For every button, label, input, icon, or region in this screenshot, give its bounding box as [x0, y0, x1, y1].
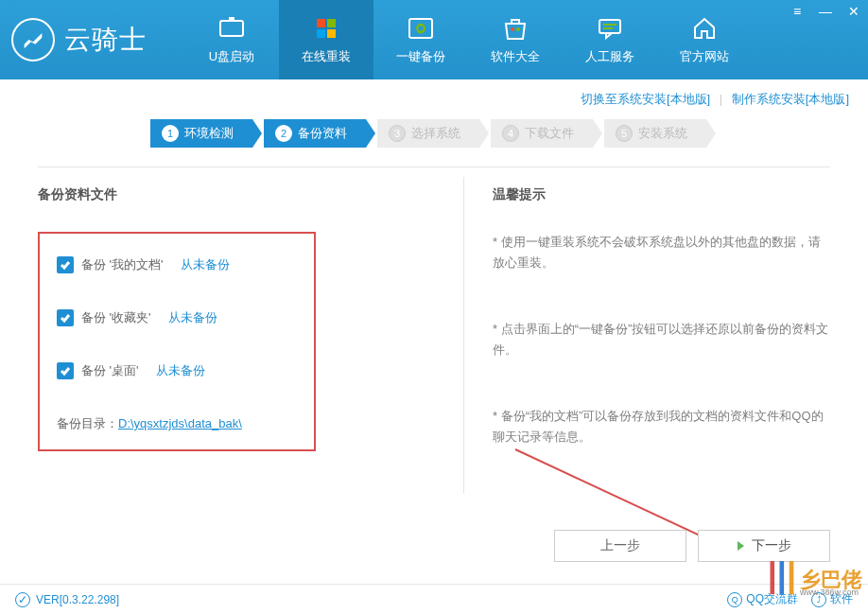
qq-icon: Q [727, 592, 742, 607]
nav-website[interactable]: 官方网站 [657, 0, 752, 79]
nav-support[interactable]: 人工服务 [563, 0, 657, 79]
checkbox-favorites[interactable] [57, 309, 74, 326]
checkbox-desktop[interactable] [57, 362, 74, 379]
backup-item-favorites: 备份 '收藏夹' 从未备份 [57, 309, 297, 326]
link-make-local[interactable]: 制作系统安装[本地版] [732, 92, 849, 106]
header-bar: 云骑士 U盘启动 在线重装 一键备份 软件大全 [0, 0, 868, 79]
footer: ✓ VER[0.3.22.298] Q QQ交流群 ⤴ 软件 [0, 584, 868, 614]
nav-online-reinstall[interactable]: 在线重装 [279, 0, 373, 79]
sub-links: 切换至系统安装[本地版] | 制作系统安装[本地版] [0, 79, 868, 114]
svg-rect-1 [229, 17, 234, 21]
nav-software[interactable]: 软件大全 [468, 0, 563, 79]
backup-item-documents: 备份 '我的文档' 从未备份 [57, 256, 297, 273]
nav-backup[interactable]: 一键备份 [373, 0, 468, 79]
link-switch-local[interactable]: 切换至系统安装[本地版] [581, 92, 710, 106]
svg-rect-6 [409, 19, 432, 38]
svg-rect-2 [317, 19, 325, 27]
step-5: 5安装系统 [604, 119, 706, 148]
main-nav: U盘启动 在线重装 一键备份 软件大全 人工服务 [184, 0, 752, 79]
home-icon [687, 14, 721, 43]
logo-text: 云骑士 [64, 22, 147, 58]
status-desktop[interactable]: 从未备份 [156, 362, 205, 379]
backup-path-link[interactable]: D:\yqsxtzjds\data_bak\ [118, 416, 242, 430]
svg-rect-4 [317, 29, 325, 38]
step-4: 4下载文件 [491, 119, 593, 148]
svg-point-8 [516, 27, 520, 31]
svg-rect-3 [327, 19, 336, 27]
svg-rect-9 [599, 20, 620, 33]
minimize-button[interactable]: — [819, 4, 832, 19]
menu-icon[interactable]: ≡ [790, 4, 804, 19]
windows-icon [309, 14, 343, 43]
tip-2: * 点击界面上的“一键备份”按钮可以选择还原以前备份的资料文件。 [493, 319, 830, 360]
tip-3: * 备份“我的文档”可以备份存放到我的文档的资料文件和QQ的聊天记录等信息。 [493, 406, 830, 447]
tip-1: * 使用一键重装系统不会破坏系统盘以外的其他盘的数据，请放心重装。 [493, 232, 830, 273]
version-link[interactable]: ✓ VER[0.3.22.298] [15, 592, 119, 607]
vertical-separator [463, 177, 464, 494]
tips-title: 温馨提示 [493, 186, 830, 203]
svg-rect-0 [220, 21, 243, 36]
svg-rect-5 [327, 29, 336, 38]
qq-group-link[interactable]: Q QQ交流群 [727, 591, 798, 607]
backup-panel: 备份资料文件 备份 '我的文档' 从未备份 备份 '收藏夹' 从未备份 备份 '… [38, 186, 435, 494]
backup-box: 备份 '我的文档' 从未备份 备份 '收藏夹' 从未备份 备份 '桌面' 从未备… [38, 232, 316, 451]
svg-point-7 [511, 27, 514, 31]
refresh-icon [404, 14, 438, 43]
watermark-url: www.386w.com [800, 588, 859, 597]
logo-icon [11, 18, 55, 61]
next-button[interactable]: 下一步 [698, 530, 830, 562]
close-button[interactable]: ✕ [847, 4, 860, 19]
step-2: 2备份资料 [264, 119, 366, 148]
step-1: 1环境检测 [150, 119, 252, 148]
step-3: 3选择系统 [377, 119, 479, 148]
prev-button[interactable]: 上一步 [554, 530, 686, 562]
checkbox-documents[interactable] [57, 256, 74, 273]
main-content: 备份资料文件 备份 '我的文档' 从未备份 备份 '收藏夹' 从未备份 备份 '… [0, 167, 868, 503]
usb-icon [215, 14, 249, 43]
backup-path-row: 备份目录：D:\yqsxtzjds\data_bak\ [57, 415, 297, 432]
play-icon [738, 541, 744, 551]
step-indicator: 1环境检测 2备份资料 3选择系统 4下载文件 5安装系统 [0, 114, 868, 167]
status-favorites[interactable]: 从未备份 [168, 309, 217, 326]
backup-title: 备份资料文件 [38, 186, 435, 203]
logo-area: 云骑士 [11, 18, 147, 61]
nav-usb-boot[interactable]: U盘启动 [184, 0, 279, 79]
check-icon: ✓ [15, 592, 30, 607]
tips-panel: 温馨提示 * 使用一键重装系统不会破坏系统盘以外的其他盘的数据，请放心重装。 *… [493, 186, 830, 494]
backup-item-desktop: 备份 '桌面' 从未备份 [57, 362, 297, 379]
action-buttons: 上一步 下一步 [554, 530, 830, 562]
chat-icon [593, 14, 627, 43]
bag-icon [498, 14, 532, 43]
window-controls: ≡ — ✕ [790, 4, 860, 19]
status-documents[interactable]: 从未备份 [181, 256, 230, 273]
